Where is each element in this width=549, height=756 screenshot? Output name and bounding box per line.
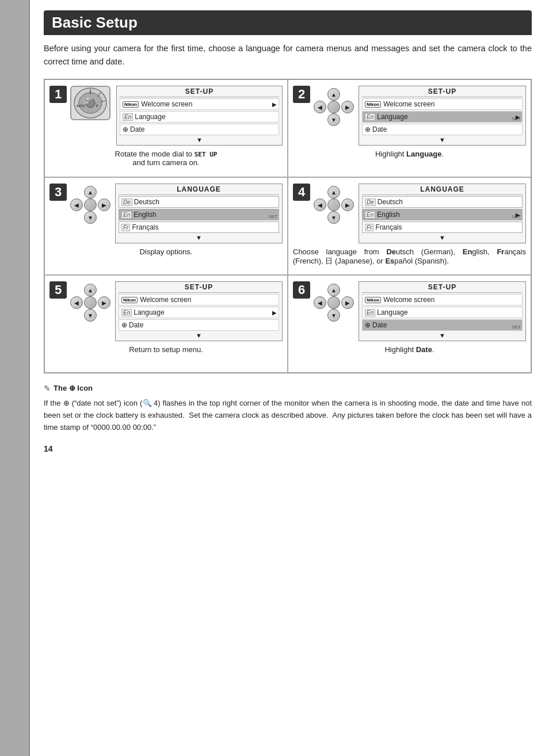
- step-5-row-2-arrow: ▶: [272, 310, 277, 316]
- step-2-top: 2 ▲ ◀ ▶ ▼ SET-UP: [293, 86, 526, 146]
- step-4-down-arrow: ▼: [362, 234, 523, 241]
- step-5-top: 5 ▲ ◀ ▶ ▼ SET-UP: [49, 281, 283, 341]
- step-5-number: 5: [49, 281, 67, 299]
- step-3-en-badge: En: [121, 211, 132, 219]
- step-5-row-2-text: Language: [134, 308, 164, 316]
- right-arrow-5: ▶: [98, 296, 110, 309]
- step-3-cell: 3 ▲ ◀ ▶ ▼ LANGUAGE: [44, 177, 288, 275]
- up-arrow: ▲: [327, 88, 340, 101]
- step-3-dpad: ▲ ◀ ▶ ▼: [70, 186, 110, 224]
- icon-section-content: The ⊕ Icon: [54, 384, 93, 392]
- step-3-screen: LANGUAGE De Deutsch En English SET: [115, 184, 283, 243]
- step-6-date-icon: ⊕: [365, 321, 371, 329]
- center-btn-5: [84, 296, 97, 309]
- step-5-row-2: En Language ▶: [119, 307, 279, 318]
- step-2-row-1: Nikon Welcome screen: [362, 98, 523, 110]
- step-1-top: 1 SET UP: [49, 86, 283, 146]
- step-4-row-1-text: Deutsch: [378, 198, 403, 206]
- left-arrow-6: ◀: [314, 296, 326, 309]
- step-6-cell: 6 ▲ ◀ ▶ ▼ SET-UP: [288, 275, 531, 373]
- nikon-logo-5: Nikon: [121, 297, 138, 303]
- step-6-caption: Highlight Date.: [293, 345, 526, 354]
- step-5-down-arrow: ▼: [119, 332, 279, 339]
- step-3-caption: Display options.: [49, 247, 283, 256]
- step-6-row-2-text: Language: [377, 308, 407, 316]
- step-5-row-1: Nikon Welcome screen: [119, 294, 279, 306]
- step-6-en-badge: En: [365, 309, 375, 316]
- step-4-en-badge: En: [365, 211, 375, 219]
- step-5-caption: Return to setup menu.: [49, 345, 283, 354]
- step-1-date-icon: ⊕: [123, 125, 128, 133]
- down-arrow-4: ▼: [327, 211, 340, 224]
- step-4-screen-title: LANGUAGE: [362, 185, 523, 195]
- page: Basic Setup Before using your camera for…: [0, 0, 549, 756]
- down-arrow-6: ▼: [327, 309, 340, 322]
- icon-body: If the ⊕ (“date not set”) icon (🔍 4) fla…: [44, 398, 532, 433]
- step-5-row-1-text: Welcome screen: [140, 296, 191, 304]
- right-arrow-4: ▶: [341, 198, 354, 211]
- center-btn-6: [327, 296, 340, 309]
- left-arrow: ◀: [314, 101, 326, 113]
- step-1-row-1-arrow: ▶: [272, 101, 277, 108]
- step-3-screen-title: LANGUAGE: [119, 185, 279, 195]
- step-5-row-3: ⊕ Date: [119, 319, 279, 331]
- step-3-row-2: En English SET: [119, 209, 279, 220]
- step-2-screen-title: SET-UP: [362, 87, 523, 97]
- step-1-number: 1: [49, 86, 67, 103]
- step-1-down-arrow: ▼: [120, 136, 279, 143]
- left-tab: [0, 0, 30, 756]
- content: Basic Setup Before using your camera for…: [30, 0, 549, 756]
- center-btn-4: [327, 198, 340, 211]
- right-arrow-6: ▶: [341, 296, 354, 309]
- down-arrow-5: ▼: [84, 309, 97, 322]
- step-6-set-label: SET: [512, 324, 521, 330]
- step-6-number: 6: [293, 281, 310, 299]
- step-3-down-arrow: ▼: [119, 234, 279, 241]
- step-2-cell: 2 ▲ ◀ ▶ ▼ SET-UP: [288, 79, 531, 177]
- step-1-row-1-text: Welcome screen: [141, 100, 192, 108]
- up-arrow-6: ▲: [327, 284, 340, 296]
- step-1-screen-title: SET-UP: [120, 87, 279, 97]
- down-arrow: ▼: [327, 113, 340, 126]
- step-3-fr-badge: Fr: [121, 224, 130, 231]
- step-2-row-1-text: Welcome screen: [383, 100, 434, 108]
- step-1-en-badge: En: [123, 113, 133, 121]
- step-5-screen: SET-UP Nikon Welcome screen En Language …: [115, 281, 283, 341]
- step-6-row-1: Nikon Welcome screen: [362, 294, 523, 306]
- step-2-caption: Highlight Language.: [293, 150, 526, 158]
- step-2-row-3: ⊕ Date: [362, 124, 523, 135]
- step-5-en-badge: En: [121, 309, 132, 316]
- nikon-logo-6: Nikon: [365, 297, 381, 303]
- down-arrow-3: ▼: [84, 211, 97, 224]
- step-3-set-label: SET: [268, 214, 277, 219]
- mode-dial-image: SET UP AUTO P: [70, 86, 110, 120]
- icon-title: The ⊕ Icon: [54, 384, 93, 392]
- step-6-row-3: ⊕ Date SET: [362, 319, 523, 331]
- nikon-logo: Nikon: [123, 101, 139, 108]
- step-4-row-2: En English SET ▶: [362, 209, 523, 220]
- step-6-screen: SET-UP Nikon Welcome screen En Language …: [359, 281, 526, 341]
- step-4-row-2-text: English: [377, 211, 399, 219]
- step-2-down-arrow: ▼: [362, 136, 523, 143]
- center-btn-3: [84, 198, 97, 211]
- step-3-row-1-text: Deutsch: [134, 198, 159, 206]
- step-2-en-badge: En: [365, 113, 375, 121]
- steps-grid: 1 SET UP: [44, 79, 532, 373]
- step-4-row-1: De Deutsch: [362, 196, 523, 208]
- right-arrow: ▶: [341, 101, 354, 113]
- step-2-row-2: En Language SET ▶: [362, 111, 523, 123]
- step-4-de-badge: De: [365, 198, 376, 206]
- step-4-top: 4 ▲ ◀ ▶ ▼ LANGUAGE: [293, 184, 526, 243]
- step-3-de-badge: De: [121, 198, 132, 206]
- step-6-down-arrow: ▼: [362, 332, 523, 339]
- step-4-row-3-text: Français: [375, 223, 402, 231]
- nikon-logo-2: Nikon: [365, 101, 381, 108]
- step-4-number: 4: [293, 184, 310, 201]
- step-1-row-1: Nikon Welcome screen ▶: [120, 98, 279, 110]
- left-arrow-3: ◀: [70, 198, 83, 211]
- left-arrow-4: ◀: [314, 198, 326, 211]
- step-6-row-3-text: Date: [372, 321, 387, 329]
- step-3-row-3: Fr Français: [119, 222, 279, 233]
- page-title: Basic Setup: [44, 10, 532, 35]
- step-5-date-icon: ⊕: [121, 321, 127, 329]
